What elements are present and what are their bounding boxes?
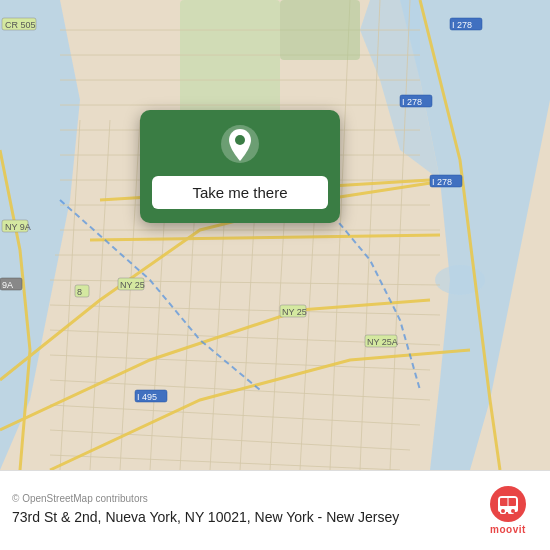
location-pin-icon [220, 126, 260, 166]
bottom-bar: © OpenStreetMap contributors 73rd St & 2… [0, 470, 550, 550]
moovit-label: moovit [490, 524, 526, 535]
map-background: CR 505 NY 9A NY 25 NY 25 NY 25A 8 9A I 2… [0, 0, 550, 470]
svg-text:NY 25A: NY 25A [367, 337, 398, 347]
svg-point-64 [511, 509, 515, 513]
svg-text:NY 25: NY 25 [120, 280, 145, 290]
svg-rect-58 [280, 0, 360, 60]
map-popup: Take me there [140, 110, 340, 223]
svg-point-63 [501, 509, 505, 513]
svg-text:I 278: I 278 [432, 177, 452, 187]
svg-text:NY 9A: NY 9A [5, 222, 31, 232]
location-info: © OpenStreetMap contributors 73rd St & 2… [12, 493, 466, 528]
moovit-logo: moovit [478, 486, 538, 535]
map-container: CR 505 NY 9A NY 25 NY 25 NY 25A 8 9A I 2… [0, 0, 550, 470]
location-text: 73rd St & 2nd, Nueva York, NY 10021, New… [12, 508, 466, 528]
take-me-there-button[interactable]: Take me there [152, 176, 328, 209]
svg-text:NY 25: NY 25 [282, 307, 307, 317]
svg-text:I 278: I 278 [402, 97, 422, 107]
attribution-text: © OpenStreetMap contributors [12, 493, 466, 504]
svg-point-60 [235, 135, 245, 145]
svg-text:I 278: I 278 [452, 20, 472, 30]
moovit-icon [490, 486, 526, 522]
svg-text:CR 505: CR 505 [5, 20, 36, 30]
svg-text:I 495: I 495 [137, 392, 157, 402]
svg-rect-4 [180, 0, 280, 120]
svg-text:9A: 9A [2, 280, 13, 290]
svg-text:8: 8 [77, 287, 82, 297]
